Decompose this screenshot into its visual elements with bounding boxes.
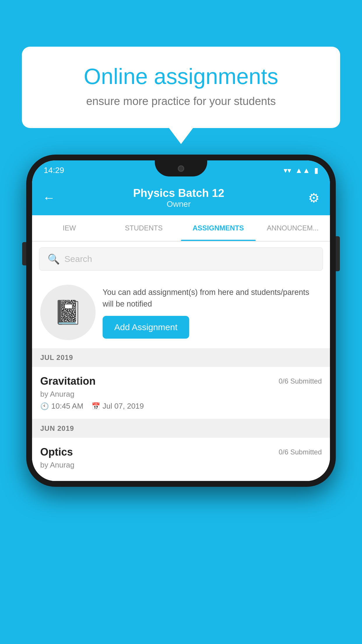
- wifi-icon: ▾▾: [284, 166, 291, 175]
- signal-icon: ▲▲: [295, 166, 310, 175]
- tab-students[interactable]: STUDENTS: [107, 215, 181, 241]
- tab-announcements[interactable]: ANNOUNCEM...: [256, 215, 330, 241]
- promo-description: You can add assignment(s) from here and …: [103, 286, 322, 310]
- assignment-title-optics: Optics: [40, 446, 73, 458]
- app-bar-title: Physics Batch 12: [61, 187, 296, 200]
- assignment-by-optics: by Anurag: [40, 461, 322, 470]
- assignment-by: by Anurag: [40, 390, 322, 399]
- section-header-jun: JUN 2019: [32, 419, 330, 438]
- notch: [155, 160, 207, 176]
- calendar-icon: 📅: [92, 402, 100, 410]
- app-bar: ← Physics Batch 12 Owner ⚙: [32, 180, 330, 215]
- clock-icon: 🕙: [40, 402, 49, 410]
- search-placeholder: Search: [64, 254, 92, 264]
- assignment-title: Gravitation: [40, 375, 96, 387]
- search-bar-wrapper: 🔍 Search: [32, 242, 330, 276]
- tabs-bar: IEW STUDENTS ASSIGNMENTS ANNOUNCEM...: [32, 215, 330, 242]
- tab-iew[interactable]: IEW: [32, 215, 107, 241]
- assignment-promo: 📓 You can add assignment(s) from here an…: [32, 276, 330, 348]
- speech-bubble-wrapper: Online assignments ensure more practice …: [22, 47, 340, 128]
- phone-outer: 14:29 ▾▾ ▲▲ ▮ ← Physics Batch 12 Owner ⚙: [26, 155, 336, 487]
- assignment-item-gravitation[interactable]: Gravitation 0/6 Submitted by Anurag 🕙 10…: [32, 367, 330, 419]
- phone-inner: 14:29 ▾▾ ▲▲ ▮ ← Physics Batch 12 Owner ⚙: [32, 160, 330, 481]
- section-header-jul: JUL 2019: [32, 348, 330, 367]
- status-icons: ▾▾ ▲▲ ▮: [284, 166, 318, 175]
- assignment-meta: 🕙 10:45 AM 📅 Jul 07, 2019: [40, 402, 322, 411]
- speech-bubble: Online assignments ensure more practice …: [22, 47, 340, 128]
- notebook-icon: 📓: [53, 299, 82, 326]
- assignment-submitted: 0/6 Submitted: [279, 377, 322, 385]
- back-button[interactable]: ←: [43, 190, 55, 205]
- status-bar: 14:29 ▾▾ ▲▲ ▮: [32, 160, 330, 180]
- assignment-item-optics[interactable]: Optics 0/6 Submitted by Anurag: [32, 438, 330, 481]
- search-icon: 🔍: [48, 253, 60, 265]
- settings-icon[interactable]: ⚙: [308, 190, 319, 205]
- meta-date: 📅 Jul 07, 2019: [92, 402, 144, 411]
- assignment-submitted-optics: 0/6 Submitted: [279, 448, 322, 456]
- add-assignment-button[interactable]: Add Assignment: [103, 316, 189, 339]
- assignment-date: Jul 07, 2019: [103, 402, 144, 411]
- app-bar-subtitle: Owner: [61, 200, 296, 209]
- phone-wrapper: 14:29 ▾▾ ▲▲ ▮ ← Physics Batch 12 Owner ⚙: [26, 155, 336, 487]
- assignment-top-row-optics: Optics 0/6 Submitted: [40, 446, 322, 458]
- promo-icon-circle: 📓: [40, 285, 96, 340]
- battery-icon: ▮: [314, 166, 318, 175]
- status-time: 14:29: [44, 166, 64, 175]
- app-bar-title-wrapper: Physics Batch 12 Owner: [61, 187, 296, 209]
- speech-bubble-subtitle: ensure more practice for your students: [45, 95, 317, 108]
- tab-assignments[interactable]: ASSIGNMENTS: [181, 215, 256, 241]
- search-bar[interactable]: 🔍 Search: [39, 247, 323, 271]
- assignment-time: 10:45 AM: [51, 402, 83, 411]
- speech-bubble-title: Online assignments: [45, 64, 317, 89]
- meta-time: 🕙 10:45 AM: [40, 402, 83, 411]
- promo-content: You can add assignment(s) from here and …: [103, 286, 322, 339]
- assignment-top-row: Gravitation 0/6 Submitted: [40, 375, 322, 387]
- camera: [178, 165, 184, 172]
